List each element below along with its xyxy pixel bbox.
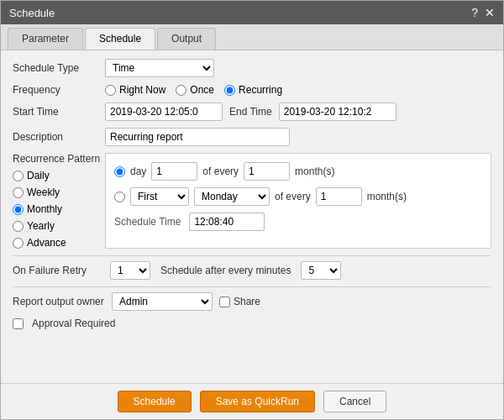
recurrence-advance-option[interactable]: Advance [13, 237, 105, 249]
end-time-label: End Time [229, 106, 272, 118]
tab-schedule[interactable]: Schedule [85, 28, 155, 50]
cancel-button[interactable]: Cancel [323, 391, 386, 412]
recurrence-daily-label: Daily [27, 170, 50, 181]
recurrence-options: Daily Weekly Monthly Yearly [13, 170, 105, 249]
recurrence-advance-label: Advance [27, 237, 66, 249]
recurrence-monthly-label: Monthly [27, 203, 62, 215]
failure-retry-row: On Failure Retry 1 2 3 Schedule after ev… [13, 261, 491, 280]
window-title: Schedule [9, 7, 55, 19]
recurrence-weekly-label: Weekly [27, 186, 60, 198]
approval-row: Approval Required [13, 318, 491, 329]
month-value1-input[interactable] [244, 162, 290, 181]
tab-parameter[interactable]: Parameter [8, 28, 83, 50]
recurrence-panel: day of every month(s) First Second Third… [105, 153, 491, 249]
tab-bar: Parameter Schedule Output [1, 24, 503, 50]
recurrence-pattern-label: Recurrence Pattern [13, 153, 105, 165]
quickrun-button[interactable]: Save as QuickRun [200, 391, 315, 412]
recurrence-weekly-radio[interactable] [13, 187, 24, 198]
time-row: Start Time End Time [13, 102, 491, 121]
schedule-button[interactable]: Schedule [118, 391, 192, 412]
approval-label: Approval Required [32, 318, 115, 329]
freq-once-radio[interactable] [176, 85, 186, 96]
share-label: Share [234, 296, 260, 307]
recurrence-monthly-option[interactable]: Monthly [13, 203, 105, 215]
schedule-time-input[interactable] [189, 213, 265, 231]
freq-once-option[interactable]: Once [176, 84, 214, 96]
recurrence-advance-radio[interactable] [13, 238, 24, 249]
schedule-time-label: Schedule Time [114, 216, 181, 228]
schedule-time-row: Schedule Time [114, 213, 482, 231]
schedule-type-select[interactable]: Time Cron [105, 59, 214, 77]
freq-recurring-radio[interactable] [224, 85, 235, 96]
footer: Schedule Save as QuickRun Cancel [1, 383, 503, 419]
owner-select[interactable]: Admin User1 [112, 292, 213, 311]
recurrence-day-row: day of every month(s) [114, 162, 482, 181]
retry-select[interactable]: 1 2 3 [110, 261, 150, 280]
schedule-after-label: Schedule after every minutes [160, 265, 291, 276]
of-every-label: of every [202, 165, 239, 177]
freq-recurring-label: Recurring [239, 84, 282, 96]
recurrence-yearly-label: Yearly [27, 220, 55, 232]
months-label1: month(s) [295, 165, 334, 177]
schedule-window: Schedule ? ✕ Parameter Schedule Output S… [0, 0, 504, 420]
recurrence-left: Recurrence Pattern Daily Weekly Monthly [13, 153, 105, 249]
share-check: Share [219, 296, 260, 307]
recurrence-yearly-option[interactable]: Yearly [13, 220, 105, 232]
freq-once-label: Once [190, 84, 214, 96]
recurrence-monthly-radio[interactable] [13, 204, 24, 215]
description-row: Description [13, 128, 491, 146]
approval-checkbox[interactable] [13, 318, 24, 329]
owner-label: Report output owner [13, 296, 105, 307]
rec-firstday-radio[interactable] [114, 192, 125, 202]
end-time-input[interactable] [279, 102, 396, 121]
close-icon[interactable]: ✕ [485, 6, 495, 19]
day-value-input[interactable] [151, 162, 197, 181]
rec-day-radio[interactable] [114, 166, 125, 177]
recurrence-yearly-radio[interactable] [13, 221, 24, 232]
frequency-row: Frequency Right Now Once Recurring [13, 84, 491, 96]
frequency-group: Right Now Once Recurring [105, 84, 282, 96]
freq-rightnow-label: Right Now [119, 84, 165, 96]
divider2 [13, 286, 491, 287]
owner-row: Report output owner Admin User1 Share [13, 292, 491, 311]
title-bar-controls: ? ✕ [471, 6, 495, 19]
divider1 [13, 255, 491, 256]
day-label: day [130, 165, 146, 177]
month-value2-input[interactable] [316, 187, 362, 206]
form-content: Schedule Type Time Cron Frequency Right … [1, 50, 503, 383]
schedule-type-label: Schedule Type [13, 62, 105, 74]
title-bar: Schedule ? ✕ [1, 1, 503, 24]
description-input[interactable] [105, 128, 290, 146]
recurrence-daily-option[interactable]: Daily [13, 170, 105, 181]
schedule-type-row: Schedule Type Time Cron [13, 59, 491, 77]
recurrence-daily-radio[interactable] [13, 171, 24, 181]
recurrence-firstday-row: First Second Third Fourth Last Monday Tu… [114, 187, 482, 206]
frequency-label: Frequency [13, 84, 105, 96]
time-inputs: End Time [105, 102, 396, 121]
months-label2: month(s) [367, 191, 407, 202]
failure-retry-label: On Failure Retry [13, 265, 105, 276]
start-time-input[interactable] [105, 102, 223, 121]
freq-rightnow-radio[interactable] [105, 85, 116, 96]
help-icon[interactable]: ? [471, 6, 478, 19]
of-every-label2: of every [275, 191, 311, 202]
recurrence-weekly-option[interactable]: Weekly [13, 186, 105, 198]
freq-recurring-option[interactable]: Recurring [224, 84, 282, 96]
minutes-select[interactable]: 1 2 3 4 5 [301, 261, 341, 280]
freq-rightnow-option[interactable]: Right Now [105, 84, 165, 96]
recurrence-section: Recurrence Pattern Daily Weekly Monthly [13, 153, 491, 249]
first-dropdown[interactable]: First Second Third Fourth Last [130, 187, 189, 206]
start-time-label: Start Time [13, 106, 105, 118]
tab-output[interactable]: Output [157, 28, 216, 50]
share-checkbox[interactable] [219, 297, 230, 307]
description-label: Description [13, 131, 105, 143]
day-dropdown[interactable]: Monday Tuesday Wednesday Thursday Friday… [194, 187, 270, 206]
